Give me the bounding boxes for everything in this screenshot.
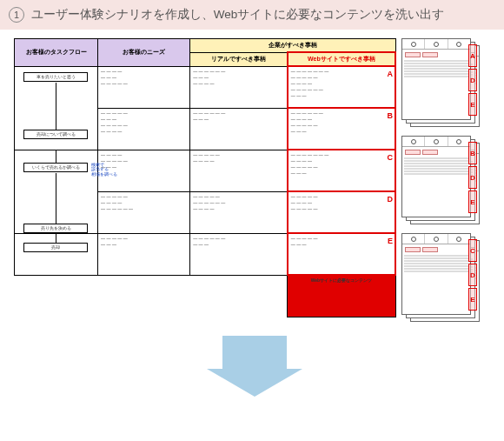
down-arrow-icon — [207, 336, 302, 397]
segment-label-b: B — [388, 110, 394, 122]
doc1-tag-e: E — [468, 93, 477, 116]
doc3-tag-c: C — [468, 239, 477, 262]
doc1-tag-a: A — [468, 44, 477, 67]
segment-label-d: D — [388, 194, 394, 205]
col-header-needs: お客様のニーズ — [98, 39, 190, 67]
web-cell-b: ― ― ― ― ― ―― ― ― ―― ― ― ― ―― ― ― B — [288, 108, 395, 150]
col-header-web: Webサイトですべき事柄 — [288, 52, 395, 66]
col-header-company: 企業がすべき事柄 — [190, 39, 395, 53]
real-cell-e: ― ― ― ― ― ―― ― ― — [190, 233, 288, 275]
flow-box-1: 車を売りたいと思う — [23, 72, 88, 82]
flow-box-3: いくらで売れるか調べる — [23, 163, 88, 172]
segment-label-e: E — [388, 236, 393, 247]
doc2-tag-d: D — [468, 166, 477, 189]
step-header: 1 ユーザー体験シナリオを作成し、Webサイトに必要なコンテンツを洗い出す — [0, 0, 504, 30]
real-cell-a: ― ― ― ― ― ―― ― ―― ― ― ― — [190, 66, 288, 108]
doc1-tag-d: D — [468, 69, 477, 91]
taskflow-cell-2: いくらで売れるか調べる 検索で 該当する 相場を調べる 売り先を決める — [15, 150, 98, 233]
scenario-table: お客様のタスクフロー お客様のニーズ 企業がすべき事柄 リアルですべき事柄 We… — [14, 38, 396, 317]
doc3-tag-d: D — [468, 264, 477, 286]
needs-cell-c: ― ― ― ―― ― ― ― ―― ― ― — [98, 150, 190, 191]
segment-label-c: C — [388, 152, 394, 164]
doc2-tag-e: E — [468, 190, 477, 213]
doc-stack-1: A D E — [401, 38, 485, 130]
flow-box-2: 売却について調べる — [23, 130, 88, 139]
real-cell-d: ― ― ― ― ―― ― ― ― ― ―― ― ― ― — [190, 191, 288, 233]
content-area: お客様のタスクフロー お客様のニーズ 企業がすべき事柄 リアルですべき事柄 We… — [0, 30, 504, 397]
step-title: ユーザー体験シナリオを作成し、Webサイトに必要なコンテンツを洗い出す — [31, 8, 445, 21]
col-header-taskflow: お客様のタスクフロー — [15, 39, 98, 67]
col-header-real: リアルですべき事柄 — [190, 52, 288, 66]
web-cell-a: ― ― ― ― ― ― ―― ― ― ― ―― ― ― ―― ― ― ― ― ―… — [288, 66, 395, 108]
needs-cell-e: ― ― ― ― ―― ― ― — [98, 233, 190, 275]
real-cell-b: ― ― ― ― ― ―― ― ― — [190, 108, 288, 150]
web-cell-c: ― ― ― ― ― ― ―― ― ― ―― ― ― ― ―― ― ― C — [288, 150, 395, 191]
needs-cell-b: ― ― ― ― ―― ― ―― ― ― ― ―― ― ― ― — [98, 108, 190, 150]
doc-stack-3: C D E — [401, 233, 485, 325]
web-cell-d: ― ― ― ― ―― ― ― ―― ― ― ― ― D — [288, 191, 395, 233]
taskflow-cell-1: 車を売りたいと思う 売却について調べる — [15, 66, 98, 150]
segment-label-a: A — [388, 69, 394, 80]
flow-box-5: 売却 — [23, 243, 88, 252]
needs-cell-a: ― ― ― ―― ― ―― ― ― ― ― — [98, 66, 190, 108]
side-column: A D E B D E C D E — [401, 38, 488, 325]
doc2-tag-b: B — [468, 142, 477, 164]
taskflow-cell-3: 売却 — [15, 233, 98, 275]
web-cell-e: ― ― ― ― ―― ― ― E — [288, 233, 395, 275]
real-cell-c: ― ― ― ― ―― ― ― ― — [190, 150, 288, 191]
doc-stack-2: B D E — [401, 136, 485, 228]
flow-box-4: 売り先を決める — [23, 224, 88, 233]
doc3-tag-e: E — [468, 288, 477, 311]
step-number: 1 — [9, 7, 24, 23]
web-footer-label: Webサイトに必要なコンテンツ — [288, 275, 395, 317]
needs-cell-d: ― ― ― ― ―― ― ― ―― ― ― ― ― ― — [98, 191, 190, 233]
